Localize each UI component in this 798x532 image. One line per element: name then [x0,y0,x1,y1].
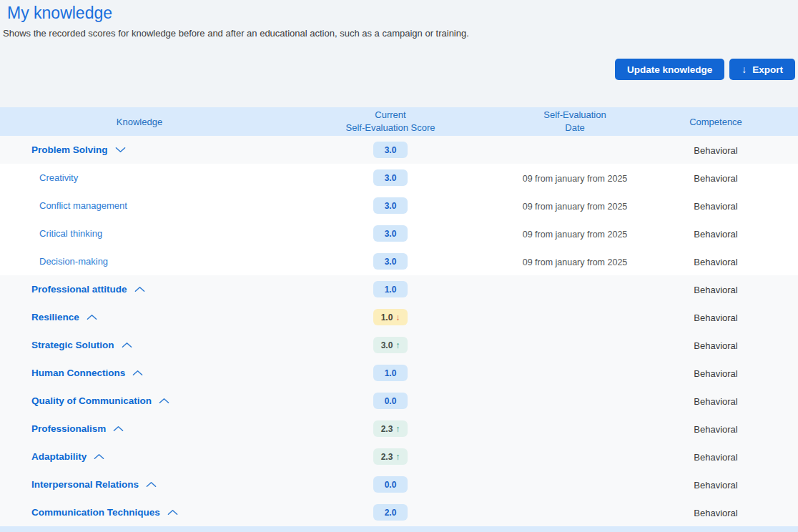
competence-value: Behavioral [694,285,737,295]
table-row: Resilience 1.0 ↓ Behavioral [0,303,798,331]
score-value: 2.3 [381,452,393,462]
score-value: 0.0 [385,480,397,490]
knowledge-label[interactable]: Decision-making [39,256,108,267]
knowledge-label[interactable]: Creativity [39,172,78,183]
chevron-up-icon[interactable] [134,286,145,292]
header-competence: Competence [648,117,784,127]
table-row: Adaptability 2.3 ↑ Behavioral [0,443,798,471]
competence-value: Behavioral [694,145,737,156]
trend-arrow-icon: ↑ [395,424,400,434]
knowledge-label[interactable]: Quality of Communication [31,395,152,406]
self-evaluation-date: 09 from january from 2025 [523,202,628,212]
header-actions: Update knowledge ↓ Export [615,59,795,80]
knowledge-label[interactable]: Problem Solving [31,144,108,155]
self-evaluation-date: 09 from january from 2025 [523,174,628,184]
table-row: Conflict management 3.0 09 from january … [0,192,798,220]
score-badge: 0.0 [373,393,408,409]
table-row: Professional attitude 1.0 Behavioral [0,275,798,303]
chevron-up-icon[interactable] [167,509,178,516]
table-row: Human Connections 1.0 Behavioral [0,359,798,387]
score-badge: 3.0 [373,169,408,186]
competence-value: Behavioral [694,201,737,212]
table-row: Critical thinking 3.0 09 from january fr… [0,220,798,247]
update-knowledge-button[interactable]: Update knowledge [615,59,724,80]
score-badge: 1.0 [373,365,408,381]
competence-value: Behavioral [694,312,737,323]
score-badge: 3.0 [373,197,408,214]
score-badge: 1.0 [373,281,408,297]
trend-arrow-icon: ↑ [395,340,400,350]
score-badge: 2.3 ↑ [373,420,408,437]
knowledge-label[interactable]: Critical thinking [39,228,102,239]
trend-arrow-icon: ↑ [395,452,400,462]
knowledge-label[interactable]: Professionalism [31,423,106,434]
competence-value: Behavioral [694,424,737,435]
chevron-up-icon[interactable] [159,398,169,404]
score-value: 3.0 [385,229,397,239]
knowledge-label[interactable]: Professional attitude [31,284,127,295]
export-label: Export [752,64,783,75]
knowledge-label[interactable]: Human Connections [31,368,125,378]
score-badge: 3.0 ↑ [373,337,408,353]
score-badge: 0.0 [373,476,408,493]
score-value: 3.0 [381,340,393,350]
knowledge-label[interactable]: Conflict management [39,200,127,211]
competence-value: Behavioral [694,340,737,351]
competence-value: Behavioral [694,452,737,463]
table-body: Problem Solving 3.0 Behavioral Creativit… [0,136,798,526]
self-evaluation-date: 09 from january from 2025 [523,230,628,240]
knowledge-label[interactable]: Adaptability [31,451,87,462]
score-badge: 2.3 ↑ [373,448,408,465]
score-badge: 3.0 [373,225,408,242]
score-value: 0.0 [385,396,397,406]
table-footer-bar [0,526,798,532]
score-value: 1.0 [381,312,393,322]
score-value: 2.3 [381,424,393,434]
trend-arrow-icon: ↓ [395,312,400,322]
chevron-down-icon[interactable] [115,147,126,153]
chevron-up-icon[interactable] [146,481,157,488]
page-title: My knowledge [0,0,798,23]
knowledge-label[interactable]: Interpersonal Relations [31,479,139,490]
knowledge-label[interactable]: Communication Techniques [31,507,160,518]
table-header-row: Knowledge Current Self-Evaluation Score … [0,107,798,136]
score-value: 2.0 [385,508,397,518]
header-self-evaluation-date: Self-Evaluation Date [502,109,648,134]
table-row: Creativity 3.0 09 from january from 2025… [0,164,798,192]
table-row: Problem Solving 3.0 Behavioral [0,136,798,164]
table-row: Interpersonal Relations 0.0 Behavioral [0,471,798,498]
score-value: 3.0 [385,173,397,183]
chevron-up-icon[interactable] [113,425,124,432]
score-value: 1.0 [385,285,397,295]
knowledge-label[interactable]: Resilience [31,312,79,322]
table-row: Decision-making 3.0 09 from january from… [0,247,798,275]
competence-value: Behavioral [694,480,737,491]
table-row: Strategic Solution 3.0 ↑ Behavioral [0,331,798,359]
score-value: 3.0 [385,257,397,267]
table-row: Communication Techniques 2.0 Behavioral [0,498,798,526]
competence-value: Behavioral [694,368,737,379]
score-badge: 1.0 ↓ [373,309,408,325]
score-badge: 2.0 [373,504,408,521]
update-knowledge-label: Update knowledge [627,64,712,75]
self-evaluation-date: 09 from january from 2025 [523,257,628,267]
competence-value: Behavioral [694,229,737,240]
competence-value: Behavioral [694,396,737,407]
header-current-score: Current Self-Evaluation Score [279,109,502,134]
page-subtitle: Shows the recorded scores for knowledge … [3,28,798,39]
score-value: 3.0 [385,145,397,155]
knowledge-label[interactable]: Strategic Solution [31,340,114,350]
chevron-up-icon[interactable] [122,342,132,348]
header-knowledge: Knowledge [0,117,279,127]
table-row: Quality of Communication 0.0 Behavioral [0,387,798,415]
chevron-up-icon[interactable] [94,453,104,460]
score-badge: 3.0 [373,142,408,158]
download-icon: ↓ [742,64,747,74]
competence-value: Behavioral [694,257,737,267]
chevron-up-icon[interactable] [132,370,143,376]
competence-value: Behavioral [694,508,737,518]
chevron-up-icon[interactable] [87,314,97,320]
score-badge: 3.0 [373,253,408,270]
score-value: 3.0 [385,201,397,211]
export-button[interactable]: ↓ Export [729,59,795,80]
